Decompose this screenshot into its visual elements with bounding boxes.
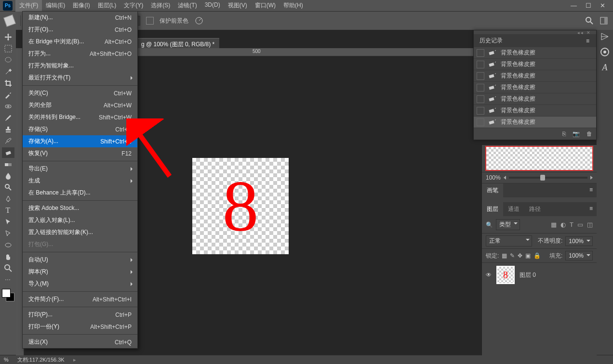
zoom-out-icon[interactable] (504, 176, 506, 180)
paths-tab[interactable]: 路径 (524, 202, 546, 216)
window-controls[interactable]: — ☐ ✕ (571, 2, 610, 9)
file-menu-item[interactable]: 置入嵌入对象(L)... (23, 214, 137, 226)
brush-tab[interactable]: 画笔 (482, 183, 503, 197)
color-swatches[interactable] (2, 289, 14, 301)
zoom-tool[interactable] (2, 263, 14, 273)
panel-menu-icon[interactable]: ≡ (586, 183, 597, 197)
fill-input[interactable]: 100% (565, 251, 593, 260)
lasso-tool[interactable] (2, 55, 14, 65)
zoom-value[interactable]: 100% (486, 174, 501, 181)
channels-tab[interactable]: 通道 (503, 202, 524, 216)
file-menu-item[interactable]: 置入链接的智能对象(K)... (23, 226, 137, 238)
history-item[interactable]: 背景色橡皮擦 (474, 82, 596, 93)
file-menu-item[interactable]: 存储为(A)...Shift+Ctrl+S (23, 135, 137, 147)
panel-menu-icon[interactable]: ≡ (586, 38, 590, 44)
marquee-tool[interactable] (2, 43, 14, 54)
properties-panel-icon[interactable] (600, 32, 610, 41)
lock-position-icon[interactable]: ✥ (518, 252, 522, 259)
history-panel[interactable]: ◂◂ ✕ 历史记录 ≡ 背景色橡皮擦背景色橡皮擦背景色橡皮擦背景色橡皮擦背景色橡… (473, 30, 597, 140)
crop-tool[interactable] (2, 78, 14, 89)
create-document-icon[interactable]: ⎘ (562, 130, 566, 137)
blur-tool[interactable] (2, 170, 14, 181)
history-tab[interactable]: 历史记录 ≡ (474, 34, 596, 47)
filter-search-icon[interactable]: 🔍 (486, 221, 493, 228)
file-menu-item[interactable]: 关闭并转到 Bridge...Shift+Ctrl+W (23, 111, 137, 123)
lock-brush-icon[interactable]: ✎ (510, 252, 515, 259)
file-menu-item[interactable]: 退出(X)Ctrl+Q (23, 336, 137, 348)
menu-10[interactable]: 帮助(H) (280, 0, 307, 12)
history-item[interactable]: 背景色橡皮擦 (474, 59, 596, 70)
lock-all-icon[interactable]: 🔒 (533, 252, 541, 259)
file-menu-item[interactable]: 打开为...Alt+Shift+Ctrl+O (23, 48, 137, 60)
file-menu-item[interactable]: 关闭(C)Ctrl+W (23, 87, 137, 99)
menu-3[interactable]: 图层(L) (94, 0, 120, 12)
eraser-tool[interactable] (2, 147, 14, 158)
move-tool[interactable] (2, 32, 14, 42)
eyedropper-tool[interactable] (2, 90, 14, 100)
close-icon[interactable]: ✕ (600, 2, 605, 9)
layer-name[interactable]: 图层 0 (520, 271, 536, 279)
brush-tool[interactable] (2, 113, 14, 123)
dodge-tool[interactable] (2, 182, 14, 193)
filter-adjust-icon[interactable]: ◐ (560, 221, 566, 228)
menu-9[interactable]: 窗口(W) (251, 0, 280, 12)
protect-fg-checkbox[interactable] (146, 17, 154, 25)
file-menu-item[interactable]: 打开为智能对象... (23, 60, 137, 72)
file-menu-item[interactable]: 脚本(R) (23, 266, 137, 278)
file-menu-item[interactable]: 存储(S)Ctrl+S (23, 123, 137, 135)
delete-icon[interactable]: 🗑 (586, 130, 592, 137)
filter-pixel-icon[interactable]: ▦ (551, 221, 557, 228)
file-menu-item[interactable]: 打印一份(Y)Alt+Shift+Ctrl+P (23, 321, 137, 333)
blend-mode-select[interactable]: 正常 (486, 235, 532, 247)
cc-libraries-icon[interactable] (600, 47, 610, 57)
history-item[interactable]: 背景色橡皮擦 (474, 47, 596, 59)
status-doc-size[interactable]: 文档:117.2K/156.3K (17, 356, 65, 364)
layers-tab[interactable]: 图层 (482, 202, 503, 216)
pressure-icon[interactable] (194, 16, 204, 26)
minimize-icon[interactable]: — (571, 2, 577, 9)
healing-tool[interactable] (2, 101, 14, 112)
file-menu-item[interactable]: 恢复(V)F12 (23, 147, 137, 159)
file-menu-item[interactable]: 自动(U) (23, 254, 137, 266)
canvas-content[interactable]: 8 (192, 158, 289, 254)
search-icon[interactable] (585, 16, 594, 25)
zoom-slider[interactable] (509, 177, 587, 179)
navigator-panel[interactable] (482, 145, 597, 172)
stamp-tool[interactable] (2, 124, 14, 135)
menu-2[interactable]: 图像(I) (69, 0, 93, 12)
menu-0[interactable]: 文件(F) (15, 0, 42, 12)
filter-shape-icon[interactable]: ▭ (577, 221, 583, 228)
menu-4[interactable]: 文字(Y) (120, 0, 147, 12)
character-panel-icon[interactable]: A (602, 63, 608, 73)
edit-toolbar[interactable]: ⋯ (2, 274, 14, 285)
history-item[interactable]: 背景色橡皮擦 (474, 93, 596, 105)
file-menu-item[interactable]: 搜索 Adobe Stock... (23, 202, 137, 214)
panel-drag-handle[interactable]: ◂◂ ✕ (474, 30, 596, 34)
file-menu-item[interactable]: 新建(N)...Ctrl+N (23, 12, 137, 24)
history-brush-tool[interactable] (2, 136, 14, 146)
file-menu-item[interactable]: 关闭全部Alt+Ctrl+W (23, 99, 137, 111)
layer-thumbnail[interactable]: 8 (496, 266, 515, 284)
filter-smart-icon[interactable]: ◫ (587, 221, 593, 228)
file-menu-item[interactable]: 最近打开文件(T) (23, 72, 137, 84)
file-menu-item[interactable]: 在 Bridge 中浏览(B)...Alt+Ctrl+O (23, 36, 137, 48)
lock-pixels-icon[interactable]: ▦ (502, 252, 507, 259)
pen-tool[interactable] (2, 194, 14, 204)
opacity-input[interactable]: 100% (565, 236, 593, 246)
layer-row[interactable]: 👁 8 图层 0 (482, 263, 597, 287)
file-menu-item[interactable]: 生成 (23, 175, 137, 187)
gradient-tool[interactable] (2, 159, 14, 169)
filter-type-select[interactable]: 类型 (496, 219, 520, 230)
snapshot-icon[interactable]: 📷 (573, 130, 580, 137)
history-item[interactable]: 背景色橡皮擦 (474, 117, 596, 128)
history-item[interactable]: 背景色橡皮擦 (474, 105, 596, 117)
panel-menu-icon[interactable]: ≡ (586, 202, 597, 216)
menu-6[interactable]: 滤镜(T) (174, 0, 200, 12)
direct-select-tool[interactable] (2, 228, 14, 239)
menu-8[interactable]: 视图(V) (224, 0, 251, 12)
file-menu-item[interactable]: 打印(P)...Ctrl+P (23, 309, 137, 321)
file-menu-item[interactable]: 导出(E) (23, 163, 137, 175)
maximize-icon[interactable]: ☐ (586, 2, 591, 9)
magic-wand-tool[interactable] (2, 66, 14, 77)
file-menu-item[interactable]: 打开(O)...Ctrl+O (23, 24, 137, 36)
